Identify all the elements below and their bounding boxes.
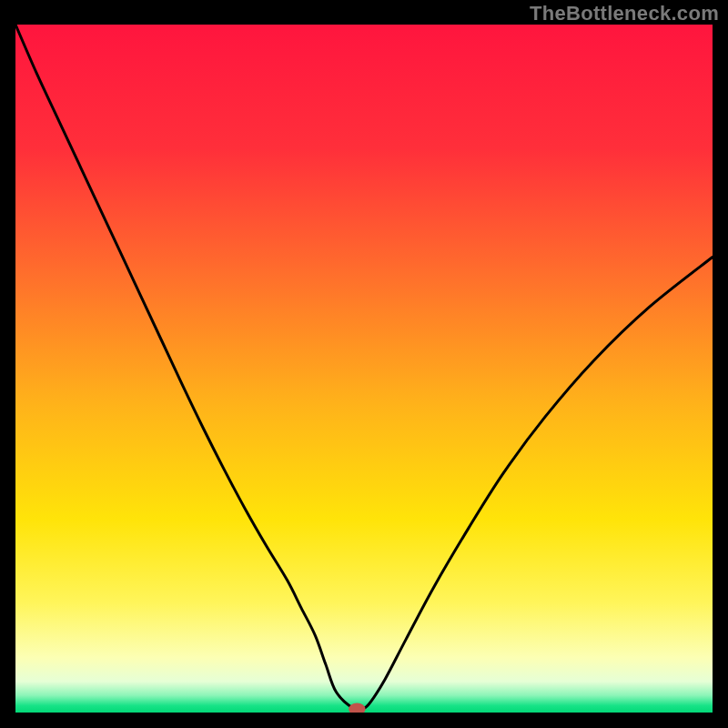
chart-frame: TheBottleneck.com	[0, 0, 728, 728]
chart-plot	[15, 25, 713, 713]
attribution-label: TheBottleneck.com	[530, 2, 719, 25]
chart-svg	[15, 25, 713, 713]
chart-background	[15, 25, 713, 713]
